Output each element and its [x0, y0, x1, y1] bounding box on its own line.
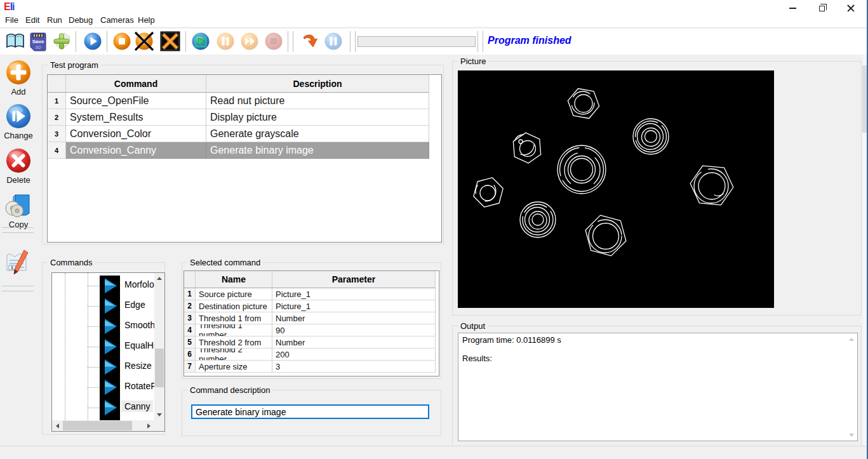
menu-item-help[interactable]: Help — [138, 15, 155, 25]
commands-group: Commands Morfolog Edge Smooth EqualHist — [42, 262, 165, 435]
tree-vertical-scrollbar[interactable] — [154, 273, 164, 420]
table-row[interactable]: 3 Threshold 1 from Number — [184, 312, 439, 324]
selected-command-group-label: Selected command — [187, 258, 263, 267]
scroll-left-icon[interactable] — [56, 423, 59, 429]
command-node-icon — [100, 377, 120, 397]
description-cell: Display picture — [206, 109, 429, 126]
sidebar-separator — [2, 227, 34, 228]
minimize-icon — [789, 8, 796, 9]
tree-horizontal-scrollbar[interactable] — [52, 420, 164, 431]
menu-item-edit[interactable]: Edit — [25, 15, 39, 25]
command-description-input[interactable] — [191, 404, 429, 419]
copy-button[interactable]: Copy — [1, 191, 36, 229]
menu-item-debug[interactable]: Debug — [69, 15, 93, 25]
check-tool-button[interactable]: $ — [1, 248, 36, 278]
plus-icon — [51, 31, 72, 51]
toolbar-separator — [185, 31, 186, 52]
table-header-row: Name Parameter — [184, 271, 439, 288]
tree-item-equalhist[interactable]: EqualHist — [121, 340, 154, 351]
tree-item-morfolog[interactable]: Morfolog — [121, 279, 154, 290]
parameter-cell: 3 — [272, 361, 436, 373]
table-row-selected[interactable]: 4 Conversion_Canny Generate binary image — [48, 142, 441, 159]
sidebar-separator — [2, 286, 34, 286]
parameter-cell: Picture_1 — [272, 288, 436, 300]
name-cell: Threshold 1 from — [196, 312, 272, 324]
output-blank-line — [462, 345, 853, 355]
table-row[interactable]: 5 Threshold 2 from Number — [184, 336, 439, 349]
table-row[interactable]: 3 Conversion_Color Generate grayscale — [48, 126, 441, 142]
window-vertical-scrollbar[interactable] — [862, 55, 867, 446]
table-row[interactable]: 1 Source picture Picture_1 — [184, 288, 439, 300]
delete-button[interactable]: Delete — [1, 147, 36, 185]
pause-button[interactable] — [323, 31, 344, 51]
picture-canvas — [458, 70, 774, 308]
scroll-up-icon[interactable] — [157, 277, 162, 280]
tree-item-resize[interactable]: Resize — [121, 360, 154, 371]
debug-step-button[interactable] — [239, 31, 260, 51]
scroll-down-icon[interactable] — [157, 413, 162, 416]
test-program-table: Command Description 1 Source_OpenFile Re… — [47, 74, 442, 243]
tree-connector — [88, 326, 100, 327]
table-row[interactable]: 2 Destination picture Picture_1 — [184, 300, 439, 312]
change-label: Change — [1, 131, 36, 140]
debug-run-button[interactable] — [190, 31, 211, 51]
table-row[interactable]: 4 Threshold 1 number 90 — [184, 324, 439, 336]
output-textarea[interactable]: Program time: 0.0116899 s Results: — [458, 333, 858, 441]
row-number-cell: 4 — [184, 324, 196, 336]
new-command-button[interactable] — [51, 31, 72, 51]
stop-button[interactable] — [112, 31, 132, 51]
tree-item-rotateflip[interactable]: RotateFlip — [121, 380, 154, 392]
delete-label: Delete — [1, 175, 36, 185]
scrollbar-thumb[interactable] — [862, 65, 867, 133]
change-button[interactable]: Change — [1, 102, 36, 140]
tree-item-edge[interactable]: Edge — [121, 299, 149, 310]
pause-icon — [215, 31, 236, 51]
save-button[interactable]: Save SD — [28, 31, 48, 51]
run-button[interactable] — [83, 31, 103, 51]
sidebar-separator — [2, 232, 34, 233]
status-text: Program finished — [488, 35, 571, 46]
add-icon — [4, 58, 32, 86]
copy-icon — [4, 191, 32, 219]
open-file-button[interactable] — [5, 31, 25, 51]
menu-item-file[interactable]: File — [5, 15, 18, 25]
cancel-button[interactable] — [134, 31, 154, 51]
tree-guide-line — [65, 273, 65, 420]
progress-bar — [357, 36, 476, 47]
app-logo: Eli — [4, 1, 15, 13]
table-row[interactable]: 2 System_Results Display picture — [48, 109, 441, 126]
scrollbar-thumb[interactable] — [63, 421, 132, 430]
output-group: Output Program time: 0.0116899 s Results… — [452, 326, 862, 446]
tree-item-canny-selected[interactable]: Canny — [121, 401, 153, 412]
debug-stop-button[interactable] — [264, 31, 284, 51]
scrollbar-thumb[interactable] — [155, 349, 164, 387]
save-icon: Save SD — [28, 31, 48, 51]
table-row[interactable]: 6 Threshold 2 number 200 — [184, 349, 439, 361]
table-row[interactable]: 1 Source_OpenFile Read nut picture — [48, 93, 441, 109]
canny-edges-image — [458, 70, 774, 308]
bottom-divider — [0, 446, 867, 446]
row-number-cell: 3 — [184, 312, 196, 324]
close-icon — [847, 4, 855, 12]
cancel-all-button[interactable] — [160, 31, 180, 51]
menu-item-cameras[interactable]: Cameras — [100, 15, 134, 25]
step-over-button[interactable] — [299, 31, 319, 51]
scroll-right-icon[interactable] — [147, 423, 150, 429]
tree-connector — [88, 306, 100, 307]
command-node-icon — [100, 276, 120, 296]
stop-icon — [112, 31, 132, 51]
command-description-group-label: Command description — [187, 385, 272, 395]
command-node-icon — [100, 296, 120, 316]
add-button[interactable]: Add — [1, 58, 36, 96]
table-row[interactable]: 7 Aperture size 3 — [184, 361, 439, 373]
menu-item-run[interactable]: Run — [47, 15, 62, 25]
debug-pause-button[interactable] — [215, 31, 236, 51]
fast-forward-icon — [239, 31, 260, 51]
svg-text:$: $ — [11, 265, 13, 270]
svg-text:SD: SD — [35, 45, 41, 50]
tree-item-smooth[interactable]: Smooth — [121, 319, 154, 331]
row-number-cell: 7 — [184, 361, 196, 373]
row-number-cell: 3 — [48, 126, 66, 142]
command-column-header: Command — [66, 75, 206, 93]
logo-letters-li: li — [10, 1, 15, 12]
